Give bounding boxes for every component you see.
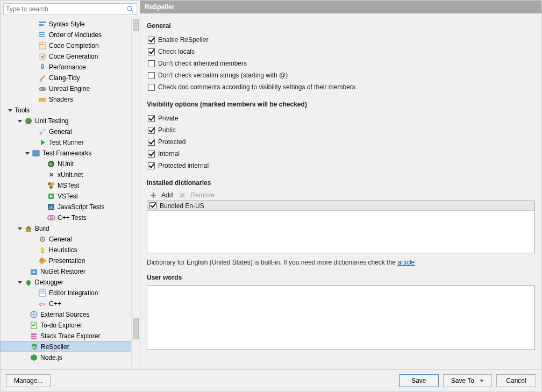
respeller-icon: ab (30, 343, 39, 351)
tree-item-external-sources[interactable]: External Sources (1, 309, 140, 320)
tree-item-heuristics[interactable]: Heuristics (1, 245, 140, 255)
tree-item-label: Unreal Engine (49, 85, 90, 92)
tree-item-editor-integration[interactable]: Editor Integration (1, 288, 140, 298)
tree-item-tools[interactable]: Tools (1, 105, 140, 116)
expander-icon (22, 268, 28, 275)
dictionaries-article-link[interactable]: article (397, 259, 415, 266)
checkbox[interactable] (148, 72, 155, 79)
tree-item-presentation[interactable]: Presentation (1, 255, 140, 266)
search-box[interactable] (3, 3, 137, 15)
node-icon (30, 353, 38, 362)
checkbox[interactable] (148, 60, 155, 67)
cancel-button[interactable]: Cancel (496, 374, 536, 387)
expander-icon (31, 247, 37, 253)
svg-marker-56 (31, 354, 37, 361)
tree-item-to-do-explorer[interactable]: To-do Explorer (1, 320, 140, 331)
tree-item-c-tests[interactable]: C++ Tests (1, 212, 140, 223)
expander-icon[interactable] (24, 150, 31, 156)
dictionaries-list[interactable]: Bundled En-US (147, 201, 535, 253)
expander-icon (31, 85, 37, 92)
tree-item-respeller[interactable]: abReSpeller (1, 341, 140, 352)
tree-item-label: Unit Testing (35, 117, 68, 125)
checkbox[interactable] (148, 139, 155, 146)
checkbox[interactable] (148, 37, 155, 44)
expander-icon (31, 290, 37, 296)
frameworks-icon (32, 149, 40, 158)
checkbox[interactable] (148, 115, 155, 122)
tree-item-performance[interactable]: Performance (1, 62, 140, 73)
dictionary-item[interactable]: Bundled En-US (147, 201, 534, 211)
tree-item-code-completion[interactable]: Code Completion (1, 40, 140, 51)
tree-item-label: VSTest (58, 193, 78, 200)
vertical-scrollbar[interactable] (131, 17, 140, 369)
option-row: Private (148, 112, 535, 124)
tree-item-node-js[interactable]: Node.js (1, 352, 140, 363)
tree-item-label: Order of #includes (49, 31, 102, 39)
dictionary-checkbox[interactable] (149, 202, 156, 209)
tree-item-test-runner[interactable]: Test Runner (1, 137, 140, 148)
tree-item-unit-testing[interactable]: Unit Testing (1, 116, 140, 126)
dictionary-item-label: Bundled En-US (160, 202, 204, 210)
tree-item-label: Shaders (49, 96, 73, 103)
save-button[interactable]: Save (399, 374, 439, 387)
tree-item-general[interactable]: General (1, 234, 140, 245)
tree-item-build[interactable]: Build (1, 223, 140, 234)
tree-item-stack-trace-explorer[interactable]: Stack Trace Explorer (1, 331, 140, 341)
checkbox[interactable] (148, 48, 155, 55)
tree-item-unreal-engine[interactable]: Unreal Engine (1, 83, 140, 94)
scrollbar-thumb[interactable] (133, 318, 139, 339)
remove-icon (178, 191, 187, 199)
checkbox[interactable] (148, 84, 155, 91)
syntax-icon (38, 20, 47, 28)
tree-item-label: Test Frameworks (42, 149, 91, 157)
tree-item-clang-tidy[interactable]: Clang-Tidy (1, 73, 140, 83)
remove-dictionary-button: Remove (178, 191, 215, 199)
svg-rect-37 (41, 252, 44, 253)
plus-icon (149, 191, 158, 199)
tree-item-syntax-style[interactable]: Syntax Style (1, 19, 140, 30)
manage-button[interactable]: Manage... (6, 374, 51, 387)
completion-icon (38, 41, 47, 50)
user-words-box[interactable] (147, 286, 535, 350)
expander-icon[interactable] (17, 225, 23, 232)
search-input[interactable] (6, 5, 126, 13)
tree-item-order-of-includes[interactable]: Order of #includes (1, 30, 140, 40)
checkbox[interactable] (148, 151, 155, 158)
option-row: Protected internal (148, 160, 535, 172)
expander-icon (22, 333, 28, 339)
tree-item-vstest[interactable]: VSTest (1, 191, 140, 202)
tree-item-mstest[interactable]: MSTest (1, 180, 140, 191)
tree-item-javascript-tests[interactable]: JSJavaScript Tests (1, 202, 140, 212)
tree-item-test-frameworks[interactable]: Test Frameworks (1, 148, 140, 159)
svg-rect-32 (26, 229, 31, 232)
scrollbar-thumb-top[interactable] (133, 19, 139, 31)
tree-item-c-[interactable]: C+C++ (1, 298, 140, 309)
expander-icon (39, 193, 46, 199)
unit-icon (24, 117, 33, 125)
checkbox[interactable] (148, 127, 155, 134)
save-to-button[interactable]: Save To (443, 374, 492, 387)
tree-item-general[interactable]: General (1, 126, 140, 137)
tree-item-label: Syntax Style (49, 20, 85, 28)
tree-item-debugger[interactable]: Debugger (1, 277, 140, 288)
svg-rect-12 (40, 88, 41, 90)
checkbox[interactable] (148, 162, 155, 169)
tree-item-nuget-restorer[interactable]: NuGet Restorer (1, 266, 140, 277)
tree-item-code-generation[interactable]: Code Generation (1, 51, 140, 62)
svg-line-10 (40, 76, 45, 80)
tree-item-shaders[interactable]: HLSLShaders (1, 94, 140, 105)
expander-icon[interactable] (17, 279, 23, 286)
tree-item-nunit[interactable]: NNUnit (1, 159, 140, 169)
section-dictionaries-heading: Installed dictionaries (147, 179, 535, 187)
svg-rect-53 (31, 338, 37, 339)
tree-item-xunit-net[interactable]: ✕xUnit.net (1, 169, 140, 180)
option-label: Private (158, 115, 178, 122)
expander-icon[interactable] (7, 107, 13, 113)
add-dictionary-button[interactable]: Add (149, 191, 173, 199)
settings-tree[interactable]: Syntax StyleOrder of #includesCode Compl… (1, 19, 140, 367)
option-row: Check doc comments according to visibili… (148, 81, 535, 93)
option-row: Public (148, 124, 535, 136)
expander-icon (22, 322, 28, 329)
panel-title: ReSpeller (140, 1, 541, 13)
expander-icon[interactable] (17, 118, 23, 124)
